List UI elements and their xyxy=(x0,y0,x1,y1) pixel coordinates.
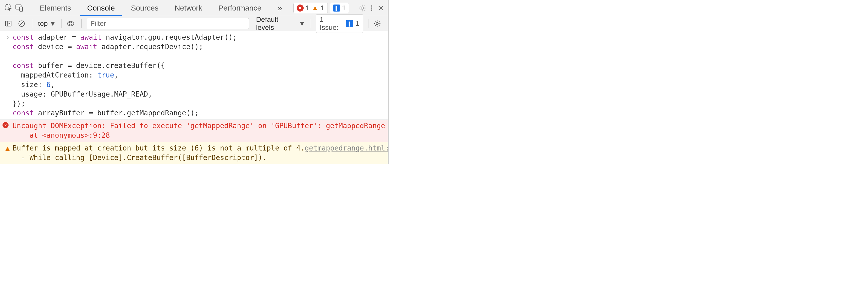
error-text: Uncaught DOMException: Failed to execute… xyxy=(12,121,415,140)
console-warning-row[interactable]: ▲ Buffer is mapped at creation but its s… xyxy=(0,142,388,164)
clear-console-icon[interactable] xyxy=(18,20,28,27)
message-counts: ✕ 1 ▲ 1 ❚ 1 xyxy=(293,3,349,13)
warning-icon: ▲ xyxy=(2,143,12,163)
context-label: top xyxy=(38,20,48,28)
issues-count: 1 xyxy=(355,20,360,28)
log-levels-selector[interactable]: Default levels ▼ xyxy=(256,15,305,32)
svg-point-5 xyxy=(371,7,372,8)
chevron-down-icon: ▼ xyxy=(49,20,56,28)
console-output: › const adapter = await navigator.gpu.re… xyxy=(0,31,388,164)
source-link[interactable]: getmappedrange.html:1 xyxy=(305,143,394,163)
info-icon: ❚ xyxy=(346,20,353,27)
tab-network[interactable]: Network xyxy=(167,0,209,16)
svg-rect-2 xyxy=(20,7,22,11)
context-selector[interactable]: top ▼ xyxy=(38,20,56,28)
input-code: const adapter = await navigator.gpu.requ… xyxy=(12,33,383,118)
error-count: 1 xyxy=(306,4,310,12)
console-toolbar: top ▼ Default levels ▼ 1 Issue: ❚ 1 xyxy=(0,16,388,31)
secondary-panel xyxy=(388,0,868,164)
svg-point-10 xyxy=(376,22,378,25)
warning-text: Buffer is mapped at creation but its siz… xyxy=(12,143,305,163)
svg-point-3 xyxy=(361,7,364,9)
levels-label: Default levels xyxy=(256,15,297,32)
chevron-down-icon: ▼ xyxy=(299,20,306,28)
console-settings-icon[interactable] xyxy=(373,20,383,27)
separator xyxy=(61,19,62,28)
svg-point-9 xyxy=(69,22,72,25)
error-count-badge[interactable]: ✕ 1 ▲ 1 xyxy=(293,3,328,13)
devtools-tabstrip: Elements Console Sources Network Perform… xyxy=(0,0,388,16)
tab-console[interactable]: Console xyxy=(80,0,122,16)
inspect-element-icon[interactable] xyxy=(4,2,13,14)
info-count: 1 xyxy=(342,4,346,12)
live-expression-icon[interactable] xyxy=(67,20,76,28)
prompt-icon: › xyxy=(2,33,12,118)
tabs-overflow-icon[interactable]: » xyxy=(271,0,289,16)
console-error-row[interactable]: ✕ Uncaught DOMException: Failed to execu… xyxy=(0,120,388,142)
toggle-sidebar-icon[interactable] xyxy=(4,20,14,27)
close-devtools-icon[interactable] xyxy=(377,2,384,14)
separator xyxy=(311,19,311,28)
filter-input[interactable] xyxy=(87,18,249,29)
tab-elements[interactable]: Elements xyxy=(33,0,78,16)
warning-count: 1 xyxy=(320,4,324,12)
settings-icon[interactable] xyxy=(358,2,366,14)
tab-sources[interactable]: Sources xyxy=(124,0,165,16)
warning-icon: ▲ xyxy=(311,4,318,12)
error-icon: ✕ xyxy=(297,4,304,11)
issues-label: 1 Issue: xyxy=(320,15,344,32)
svg-point-6 xyxy=(371,9,372,10)
svg-rect-7 xyxy=(5,21,11,26)
error-icon: ✕ xyxy=(2,121,12,140)
kebab-menu-icon[interactable] xyxy=(368,2,375,14)
device-toolbar-icon[interactable] xyxy=(15,2,24,14)
tab-performance[interactable]: Performance xyxy=(211,0,269,16)
issues-indicator[interactable]: 1 Issue: ❚ 1 xyxy=(316,14,363,33)
svg-point-4 xyxy=(371,5,372,6)
separator xyxy=(33,19,33,28)
console-input-row[interactable]: › const adapter = await navigator.gpu.re… xyxy=(0,31,388,120)
info-count-badge[interactable]: ❚ 1 xyxy=(330,3,349,13)
info-icon: ❚ xyxy=(333,4,340,11)
